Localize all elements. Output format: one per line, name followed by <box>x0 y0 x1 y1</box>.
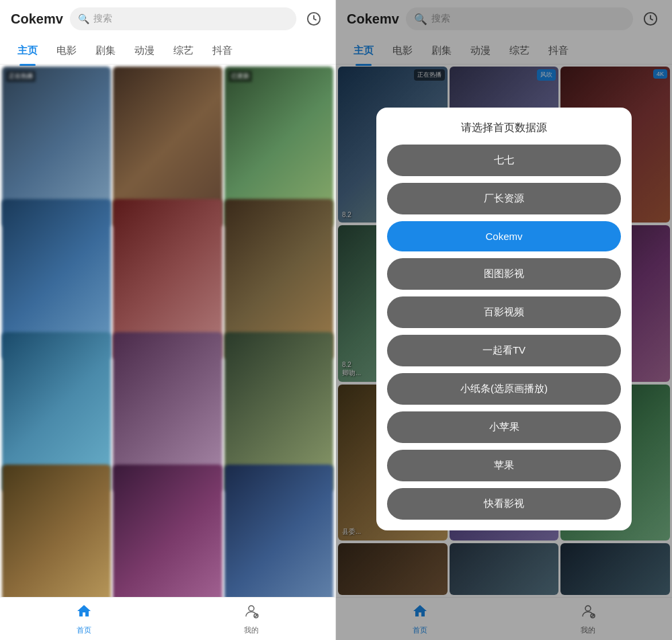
left-search-bar[interactable]: 🔍 搜索 <box>70 7 296 30</box>
source-option-qiqi[interactable]: 七七 <box>387 145 621 176</box>
search-icon: 🔍 <box>78 13 89 24</box>
modal-dialog: 请选择首页数据源 七七 厂长资源 Cokemv 图图影视 百影视频 一起看TV … <box>376 108 632 530</box>
left-header: Cokemv 🔍 搜索 <box>0 0 335 38</box>
modal-overlay[interactable]: 请选择首页数据源 七七 厂长资源 Cokemv 图图影视 百影视频 一起看TV … <box>336 0 672 640</box>
left-bottom-mine[interactable]: 我的 <box>243 603 259 635</box>
left-nav-tabs: 主页 电影 剧集 动漫 综艺 抖音 <box>0 38 335 65</box>
source-option-cokemv[interactable]: Cokemv <box>387 221 621 251</box>
right-panel: Cokemv 🔍 搜索 主页 电影 剧集 动漫 综艺 抖音 正在热播 8.2 风… <box>336 0 672 640</box>
left-app-title: Cokemv <box>11 11 63 27</box>
left-tab-movie[interactable]: 电影 <box>50 40 83 61</box>
home-icon <box>76 603 92 623</box>
left-tab-home[interactable]: 主页 <box>11 40 44 61</box>
svg-point-1 <box>249 606 254 611</box>
source-option-yiqikan[interactable]: 一起看TV <box>387 335 621 366</box>
movie-card-11[interactable] <box>113 465 222 597</box>
left-tab-douyin[interactable]: 抖音 <box>206 40 239 61</box>
left-search-placeholder: 搜索 <box>93 13 112 25</box>
modal-title: 请选择首页数据源 <box>387 121 621 135</box>
left-history-icon[interactable] <box>303 8 325 30</box>
left-tab-variety[interactable]: 综艺 <box>167 40 200 61</box>
left-bottom-nav: 首页 我的 <box>0 597 335 640</box>
left-tab-series[interactable]: 剧集 <box>89 40 122 61</box>
source-option-changzhang[interactable]: 厂长资源 <box>387 183 621 214</box>
source-option-baiying[interactable]: 百影视频 <box>387 296 621 328</box>
source-option-tutu[interactable]: 图图影视 <box>387 258 621 290</box>
source-option-kuaikan[interactable]: 快看影视 <box>387 488 621 520</box>
movie-card-10[interactable] <box>2 465 111 597</box>
badge-3: 已更新 <box>228 71 252 82</box>
left-panel: Cokemv 🔍 搜索 主页 电影 剧集 动漫 综艺 抖音 正在热播 已更新 <box>0 0 336 640</box>
left-content-grid: 正在热播 已更新 <box>0 65 335 597</box>
left-bottom-home-label: 首页 <box>77 625 91 635</box>
source-option-xiaozhitiao[interactable]: 小纸条(选原画播放) <box>387 373 621 405</box>
movie-card-12[interactable] <box>224 465 333 597</box>
mine-icon <box>243 603 259 623</box>
left-bottom-mine-label: 我的 <box>244 625 259 635</box>
source-option-xiaopingguo[interactable]: 小苹果 <box>387 411 621 443</box>
source-option-pingguo[interactable]: 苹果 <box>387 450 621 481</box>
left-bottom-home[interactable]: 首页 <box>76 603 92 635</box>
left-tab-anime[interactable]: 动漫 <box>128 40 161 61</box>
badge-1: 正在热播 <box>6 71 36 82</box>
